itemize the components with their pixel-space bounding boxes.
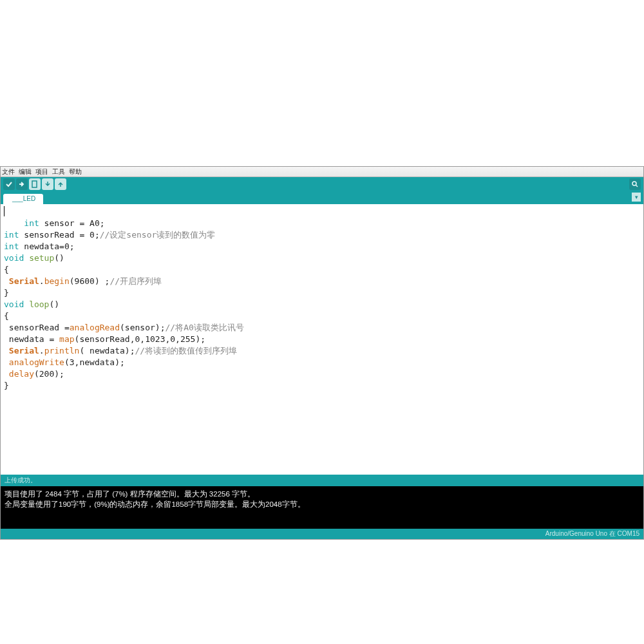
code-token — [24, 253, 29, 263]
code-token: } — [4, 381, 9, 390]
tab-led[interactable]: ___LED — [3, 194, 43, 204]
code-token — [24, 299, 29, 309]
code-token: } — [4, 288, 9, 298]
code-token: . — [39, 346, 44, 355]
code-token: (9600) ; — [70, 276, 110, 286]
console-line: 全局变量使用了190字节，(9%)的动态内存，余留1858字节局部变量。最大为2… — [5, 499, 639, 509]
menubar: 文件 编辑 项目 工具 帮助 — [1, 167, 643, 177]
menu-help[interactable]: 帮助 — [69, 167, 82, 176]
code-token: setup — [29, 253, 54, 263]
footer-bar: Arduino/Genuino Uno 在 COM15 — [1, 529, 643, 539]
code-token: Serial — [9, 276, 39, 286]
output-console: 项目使用了 2484 字节，占用了 (7%) 程序存储空间。最大为 32256 … — [1, 486, 643, 529]
console-line: 项目使用了 2484 字节，占用了 (7%) 程序存储空间。最大为 32256 … — [5, 489, 639, 499]
code-token — [4, 369, 9, 379]
code-token: () — [49, 299, 59, 309]
code-token: void — [4, 253, 24, 263]
menu-tools[interactable]: 工具 — [52, 167, 65, 176]
status-text: 上传成功。 — [5, 476, 37, 485]
code-token: () — [54, 253, 64, 263]
code-token: { — [4, 265, 9, 274]
code-token: . — [39, 276, 44, 286]
code-token: (200); — [34, 369, 64, 379]
code-token: (sensorRead,0,1023,0,255); — [75, 334, 206, 344]
code-token: Serial — [9, 346, 39, 355]
code-token: delay — [9, 369, 34, 379]
code-token: sensorRead = — [4, 323, 70, 332]
code-comment: //将A0读取类比讯号 — [165, 323, 243, 332]
tabbar: ___LED ▾ — [1, 191, 643, 204]
code-token: void — [4, 299, 24, 309]
save-button[interactable] — [55, 178, 66, 190]
arduino-ide-window: 文件 编辑 项目 工具 帮助 ___LED ▾ int sensor = A0;… — [0, 166, 644, 540]
toolbar — [1, 177, 643, 191]
open-button[interactable] — [42, 178, 53, 190]
code-token: analogRead — [70, 323, 120, 332]
menu-edit[interactable]: 编辑 — [19, 167, 32, 176]
code-token: newdata=0; — [19, 242, 74, 251]
svg-point-1 — [632, 182, 636, 185]
text-cursor — [4, 206, 5, 216]
code-comment: //设定sensor读到的数值为零 — [100, 230, 216, 240]
code-token: newdata = — [4, 334, 59, 344]
code-token — [4, 276, 9, 286]
board-port-label: Arduino/Genuino Uno 在 COM15 — [545, 529, 639, 538]
code-editor[interactable]: int sensor = A0; int sensorRead = 0;//设定… — [1, 204, 643, 475]
code-token: println — [44, 346, 80, 355]
code-token: analogWrite — [9, 357, 64, 367]
new-button[interactable] — [29, 178, 41, 190]
code-comment: //开启序列埠 — [109, 276, 162, 286]
code-token — [4, 346, 9, 355]
code-token: { — [4, 311, 9, 321]
upload-button[interactable] — [16, 178, 28, 190]
code-token: loop — [29, 299, 49, 309]
menu-file[interactable]: 文件 — [2, 167, 15, 176]
code-token: (sensor); — [120, 323, 165, 332]
code-token: int — [4, 242, 19, 251]
code-token: ( newdata); — [79, 346, 135, 355]
code-token: map — [59, 334, 74, 344]
code-token: (3,newdata); — [64, 357, 125, 367]
svg-rect-0 — [32, 181, 37, 187]
code-token: begin — [44, 276, 70, 286]
tab-menu-dropdown[interactable]: ▾ — [632, 193, 641, 202]
serial-monitor-button[interactable] — [629, 178, 641, 190]
code-token: sensor = A0; — [39, 218, 105, 228]
code-token — [4, 357, 9, 367]
code-token: int — [24, 218, 39, 228]
code-comment: //将读到的数值传到序列埠 — [135, 346, 238, 355]
status-bar: 上传成功。 — [1, 475, 643, 486]
code-token: sensorRead = 0; — [19, 230, 99, 240]
code-token: int — [4, 230, 19, 240]
verify-button[interactable] — [3, 178, 15, 190]
menu-sketch[interactable]: 项目 — [35, 167, 48, 176]
